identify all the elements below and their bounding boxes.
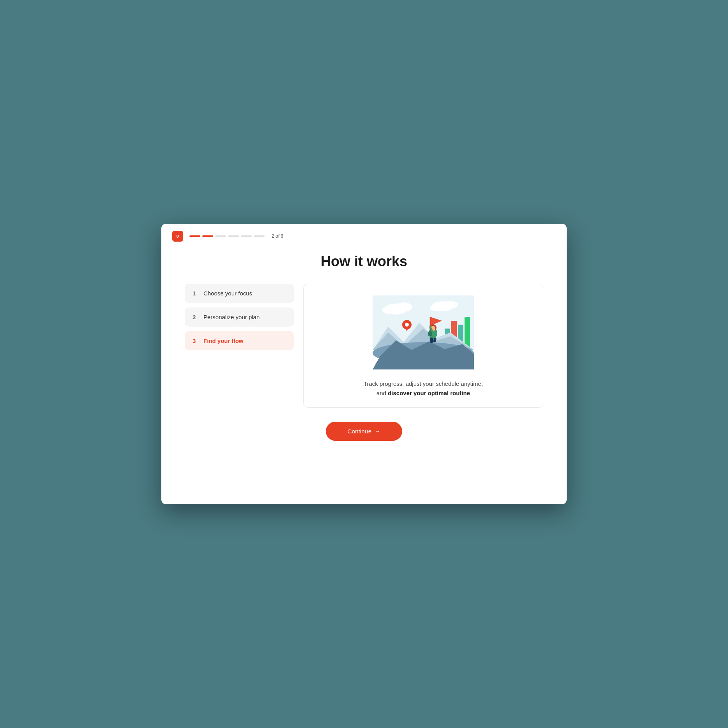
main-content: How it works 1 Choose your focus 2 Perso… — [161, 246, 567, 504]
cards-row: 1 Choose your focus 2 Personalize your p… — [185, 284, 543, 408]
steps-list: 1 Choose your focus 2 Personalize your p… — [185, 284, 294, 408]
card-description: Track progress, adjust your schedule any… — [364, 379, 483, 398]
logo-letter: v — [176, 233, 179, 239]
top-bar: v 2 of 6 — [161, 224, 567, 246]
step-number-2: 2 — [193, 314, 199, 320]
app-logo: v — [172, 231, 183, 242]
illustration-card: Track progress, adjust your schedule any… — [303, 284, 543, 408]
progress-step-6 — [254, 235, 265, 237]
svg-point-5 — [443, 301, 458, 309]
svg-point-3 — [382, 306, 398, 314]
illustration-area — [313, 293, 534, 371]
step-label-3: Find your flow — [203, 337, 244, 344]
main-screen: v 2 of 6 How it works 1 Choose your focu… — [161, 224, 567, 504]
progress-bar — [189, 235, 265, 237]
step-number-3: 3 — [193, 337, 199, 344]
step-item-3[interactable]: 3 Find your flow — [185, 331, 294, 350]
card-description-bold: discover your optimal routine — [388, 390, 470, 396]
step-number-1: 1 — [193, 290, 199, 297]
progress-step-3 — [215, 235, 226, 237]
progress-step-2 — [202, 235, 213, 237]
step-item-1[interactable]: 1 Choose your focus — [185, 284, 294, 303]
continue-label: Continue — [348, 428, 372, 435]
svg-rect-21 — [430, 337, 433, 343]
progress-step-1 — [189, 235, 200, 237]
illustration-svg — [373, 295, 474, 369]
continue-button[interactable]: Continue → — [326, 422, 403, 441]
svg-rect-25 — [428, 331, 432, 336]
svg-point-6 — [430, 304, 444, 311]
step-counter: 2 of 6 — [272, 233, 283, 239]
step-label-1: Choose your focus — [203, 290, 252, 297]
progress-step-4 — [228, 235, 239, 237]
step-label-2: Personalize your plan — [203, 314, 260, 320]
continue-arrow: → — [375, 428, 380, 435]
progress-step-5 — [241, 235, 252, 237]
step-item-2[interactable]: 2 Personalize your plan — [185, 307, 294, 327]
svg-point-17 — [405, 323, 409, 327]
page-title: How it works — [321, 253, 407, 270]
